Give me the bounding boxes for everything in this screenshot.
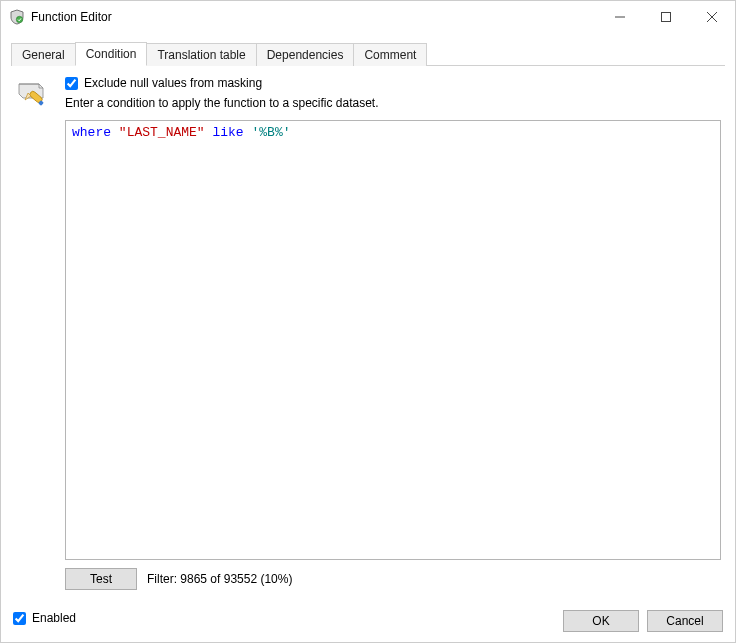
tab-content-condition: Exclude null values from masking Enter a… bbox=[1, 66, 735, 602]
instruction-text: Enter a condition to apply the function … bbox=[65, 96, 721, 110]
svg-rect-2 bbox=[662, 13, 671, 22]
minimize-button[interactable] bbox=[597, 1, 643, 33]
code-token bbox=[244, 125, 252, 140]
enabled-checkbox-row: Enabled bbox=[13, 611, 76, 625]
close-button[interactable] bbox=[689, 1, 735, 33]
tab-comment[interactable]: Comment bbox=[353, 43, 427, 66]
tab-condition[interactable]: Condition bbox=[75, 42, 148, 66]
code-token: '%B%' bbox=[252, 125, 291, 140]
code-token: where bbox=[72, 125, 111, 140]
code-token: "LAST_NAME" bbox=[119, 125, 205, 140]
exclude-null-checkbox-row: Exclude null values from masking bbox=[65, 76, 721, 90]
test-row: Test Filter: 9865 of 93552 (10%) bbox=[65, 568, 721, 590]
code-token bbox=[111, 125, 119, 140]
ok-button[interactable]: OK bbox=[563, 610, 639, 632]
window-controls bbox=[597, 1, 735, 33]
window-frame: Function Editor GeneralConditionTranslat… bbox=[0, 0, 736, 643]
titlebar: Function Editor bbox=[1, 1, 735, 33]
maximize-button[interactable] bbox=[643, 1, 689, 33]
tab-dependencies[interactable]: Dependencies bbox=[256, 43, 355, 66]
cancel-button[interactable]: Cancel bbox=[647, 610, 723, 632]
footer: Enabled OK Cancel bbox=[1, 602, 735, 642]
svg-point-0 bbox=[16, 16, 22, 22]
exclude-null-checkbox[interactable] bbox=[65, 77, 78, 90]
code-token: like bbox=[212, 125, 243, 140]
exclude-null-label: Exclude null values from masking bbox=[84, 76, 262, 90]
enabled-label: Enabled bbox=[32, 611, 76, 625]
tab-general[interactable]: General bbox=[11, 43, 76, 66]
enabled-checkbox[interactable] bbox=[13, 612, 26, 625]
shield-icon bbox=[9, 9, 25, 25]
window-title: Function Editor bbox=[31, 10, 112, 24]
tab-translation-table[interactable]: Translation table bbox=[146, 43, 256, 66]
test-button[interactable]: Test bbox=[65, 568, 137, 590]
condition-code-editor[interactable]: where "LAST_NAME" like '%B%' bbox=[65, 120, 721, 560]
function-editor-icon bbox=[15, 78, 47, 110]
tabs-container: GeneralConditionTranslation tableDepende… bbox=[1, 33, 735, 66]
filter-result-text: Filter: 9865 of 93552 (10%) bbox=[147, 572, 292, 586]
